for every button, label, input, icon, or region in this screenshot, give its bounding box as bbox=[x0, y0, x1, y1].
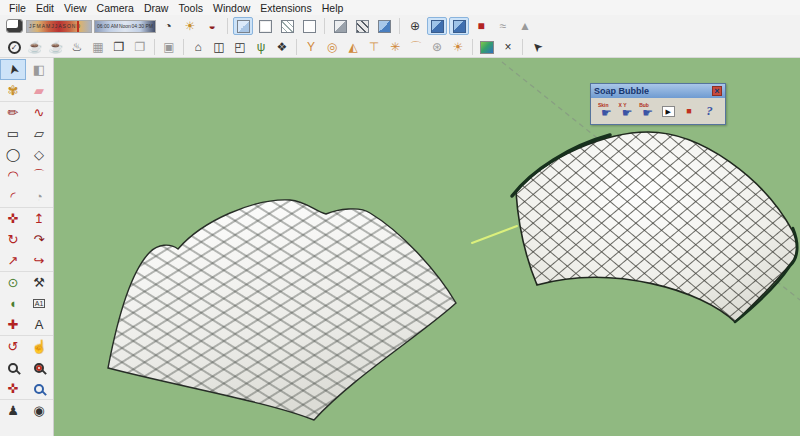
xy-button[interactable]: X Y ☛ bbox=[619, 103, 636, 120]
bridge-icon[interactable]: ⌂ bbox=[188, 38, 208, 56]
shadow-date-icon[interactable]: ☀ bbox=[180, 17, 200, 35]
offset-tool[interactable]: ↪ bbox=[26, 250, 52, 271]
dome-icon[interactable]: ⌒ bbox=[406, 38, 426, 56]
menu-camera[interactable]: Camera bbox=[92, 2, 139, 14]
close-icon[interactable]: × bbox=[712, 86, 722, 96]
wireframe-cube-icon[interactable] bbox=[277, 17, 297, 35]
stop-button[interactable]: ■ bbox=[680, 103, 697, 120]
menu-extensions[interactable]: Extensions bbox=[255, 2, 316, 14]
menu-view[interactable]: View bbox=[59, 2, 92, 14]
leaf-icon[interactable]: ❖ bbox=[272, 38, 292, 56]
shadow-time-icon[interactable]: ◔ bbox=[158, 17, 178, 35]
help-button[interactable]: ? bbox=[701, 103, 718, 120]
sail-icon[interactable]: ◭ bbox=[343, 38, 363, 56]
render-check-icon[interactable]: ✓ bbox=[4, 38, 24, 56]
protractor-tool[interactable]: ◖ bbox=[0, 293, 26, 314]
render-scene-icon[interactable]: ♨ bbox=[67, 38, 87, 56]
sun-icon[interactable]: ☀ bbox=[448, 38, 468, 56]
scale-tool[interactable]: ↗ bbox=[0, 250, 26, 271]
menu-file[interactable]: File bbox=[4, 2, 31, 14]
arc-tool[interactable]: ◠ bbox=[0, 165, 26, 186]
terrain-icon[interactable]: ▲ bbox=[515, 17, 535, 35]
iso-view-icon[interactable] bbox=[427, 17, 447, 35]
play-button[interactable]: ▶ bbox=[660, 103, 677, 120]
shaded-cube-icon[interactable] bbox=[330, 17, 350, 35]
move-tool[interactable]: ✜ bbox=[0, 208, 26, 229]
lock-icon[interactable]: ▣ bbox=[159, 38, 179, 56]
select-tool[interactable]: ➤ bbox=[0, 59, 26, 80]
axes-tool[interactable]: ✚ bbox=[0, 314, 26, 335]
back-edges-cube-icon[interactable] bbox=[255, 17, 275, 35]
zoom-tool[interactable] bbox=[0, 357, 26, 378]
monochrome-cube-icon[interactable] bbox=[374, 17, 394, 35]
tape-measure-tool[interactable]: ⊙ bbox=[0, 272, 26, 293]
polygon-tool[interactable]: ◇ bbox=[26, 144, 52, 165]
gradient-icon[interactable] bbox=[477, 38, 497, 56]
shadow-time-slider[interactable]: 06:00 AM Noon 04:30 PM bbox=[94, 20, 156, 33]
axes-icon[interactable]: ⊕ bbox=[405, 17, 425, 35]
box-icon[interactable]: ◫ bbox=[209, 38, 229, 56]
position-camera-tool[interactable]: ♟ bbox=[0, 400, 26, 421]
sandbox-icon[interactable]: ≈ bbox=[493, 17, 513, 35]
3d-text-tool[interactable]: A bbox=[26, 314, 52, 335]
red-material-icon[interactable]: ■ bbox=[471, 17, 491, 35]
date-slider-handle[interactable] bbox=[77, 21, 79, 33]
look-around-tool[interactable]: ◉ bbox=[26, 400, 52, 421]
teapot-grab-icon[interactable]: ☕ bbox=[46, 38, 66, 56]
top-view-icon[interactable] bbox=[449, 17, 469, 35]
circle-tool[interactable]: ◯ bbox=[0, 144, 26, 165]
table-icon[interactable]: ⊤ bbox=[364, 38, 384, 56]
hidden-line-cube-icon[interactable] bbox=[299, 17, 319, 35]
glass-icon[interactable]: Y bbox=[301, 38, 321, 56]
material-window-icon[interactable]: ❐ bbox=[130, 38, 150, 56]
hand-icon: ☛ bbox=[622, 106, 633, 120]
menu-tools[interactable]: Tools bbox=[173, 2, 208, 14]
shadow-date-slider[interactable]: JFMAMJJASOND bbox=[26, 20, 92, 33]
snap-icon[interactable]: × bbox=[498, 38, 518, 56]
orbit-tool[interactable]: ↺ bbox=[0, 336, 26, 357]
wheel-icon[interactable]: ⊛ bbox=[427, 38, 447, 56]
dimension-tool[interactable]: ⚒ bbox=[26, 272, 52, 293]
grass-icon[interactable]: ψ bbox=[251, 38, 271, 56]
soap-bubble-buttons: Skin ☛ X Y ☛ Bub ☛ ▶ ■ ? bbox=[591, 98, 725, 124]
pie-tool[interactable]: ◔ bbox=[26, 186, 52, 207]
donut-icon[interactable]: ◎ bbox=[322, 38, 342, 56]
soap-bubble-dialog[interactable]: Soap Bubble × Skin ☛ X Y ☛ Bub ☛ ▶ ■ ? bbox=[590, 83, 726, 125]
rotate-tool[interactable]: ↻ bbox=[0, 229, 26, 250]
rotated-rectangle-tool[interactable]: ▱ bbox=[26, 123, 52, 144]
xray-cube-icon[interactable] bbox=[233, 17, 253, 35]
zoom-previous-tool[interactable] bbox=[26, 378, 52, 399]
tool-palette: ➤ ◧ ✾ ▰ ✏ ∿ ▭ ▱ ◯ ◇ ◠ ⌒ ◜ ◔ ✜ ↥ ↻ ↷ ↗ ↪ … bbox=[0, 58, 54, 436]
menu-draw[interactable]: Draw bbox=[139, 2, 174, 14]
paint-tool[interactable]: ✾ bbox=[0, 80, 26, 101]
rectangle-tool[interactable]: ▭ bbox=[0, 123, 26, 144]
render-options-icon[interactable]: ▦ bbox=[88, 38, 108, 56]
soap-bubble-titlebar[interactable]: Soap Bubble × bbox=[591, 84, 725, 98]
zoom-window-tool[interactable] bbox=[26, 357, 52, 378]
two-point-arc-tool[interactable]: ⌒ bbox=[26, 165, 52, 186]
menu-help[interactable]: Help bbox=[317, 2, 349, 14]
zoom-extents-tool[interactable]: ✜ bbox=[0, 378, 26, 399]
component-tool[interactable]: ◧ bbox=[26, 59, 52, 80]
stop-icon: ■ bbox=[686, 106, 691, 116]
line-tool[interactable]: ✏ bbox=[0, 102, 26, 123]
render-window-icon[interactable]: ❐ bbox=[109, 38, 129, 56]
bubble-button[interactable]: Bub ☛ bbox=[639, 103, 656, 120]
menu-window[interactable]: Window bbox=[208, 2, 255, 14]
shadow-toggle-icon[interactable]: ◒ bbox=[202, 17, 222, 35]
menu-edit[interactable]: Edit bbox=[31, 2, 59, 14]
cursor-icon[interactable]: ➤ bbox=[527, 38, 547, 56]
three-point-arc-tool[interactable]: ◜ bbox=[0, 186, 26, 207]
shadow-settings-icon[interactable] bbox=[4, 17, 24, 35]
text-tool[interactable]: A1 bbox=[26, 293, 52, 314]
shaded-textures-cube-icon[interactable] bbox=[352, 17, 372, 35]
teapot-icon[interactable]: ☕ bbox=[25, 38, 45, 56]
freehand-tool[interactable]: ∿ bbox=[26, 102, 52, 123]
box-axes-icon[interactable]: ◰ bbox=[230, 38, 250, 56]
pan-tool[interactable]: ☝ bbox=[26, 336, 52, 357]
pushpull-tool[interactable]: ↥ bbox=[26, 208, 52, 229]
skin-button[interactable]: Skin ☛ bbox=[598, 103, 615, 120]
star-icon[interactable]: ✳ bbox=[385, 38, 405, 56]
followme-tool[interactable]: ↷ bbox=[26, 229, 52, 250]
eraser-tool[interactable]: ▰ bbox=[26, 80, 52, 101]
